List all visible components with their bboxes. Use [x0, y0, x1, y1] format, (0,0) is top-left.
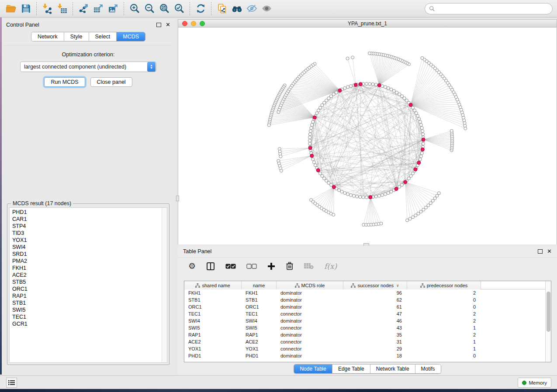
- graph-node[interactable]: [317, 109, 320, 112]
- graph-node[interactable]: [419, 120, 422, 124]
- graph-node[interactable]: [338, 189, 341, 192]
- graph-node[interactable]: [421, 130, 424, 133]
- refresh-icon[interactable]: [193, 2, 208, 15]
- mcds-result-item[interactable]: SRD1: [12, 251, 162, 258]
- graph-node[interactable]: [346, 86, 349, 89]
- graph-node[interactable]: [267, 124, 270, 127]
- export-table-icon[interactable]: [91, 2, 106, 15]
- close-panel-button[interactable]: Close panel: [90, 77, 132, 87]
- graph-node[interactable]: [280, 169, 283, 172]
- graph-node[interactable]: [343, 192, 346, 195]
- table-row[interactable]: RAP1RAP1dominator352: [184, 331, 545, 338]
- network-window-titlebar[interactable]: YPA_prune.txt_1: [178, 20, 557, 28]
- graph-node[interactable]: [377, 194, 381, 197]
- graph-node[interactable]: [308, 139, 311, 142]
- graph-node[interactable]: [408, 217, 412, 220]
- mcds-result-item[interactable]: SWI5: [12, 306, 162, 313]
- graph-dominator-node[interactable]: [409, 103, 412, 107]
- graph-node[interactable]: [421, 56, 424, 59]
- graph-dominator-node[interactable]: [359, 83, 362, 86]
- import-network-icon[interactable]: [40, 2, 55, 15]
- graph-node[interactable]: [346, 57, 349, 60]
- graph-node[interactable]: [422, 133, 425, 136]
- mcds-result-item[interactable]: SWI4: [12, 244, 162, 251]
- graph-node[interactable]: [312, 161, 315, 164]
- graph-node[interactable]: [368, 52, 371, 55]
- graph-node[interactable]: [390, 88, 393, 91]
- graph-dominator-node[interactable]: [414, 168, 417, 171]
- network-canvas[interactable]: [178, 28, 557, 244]
- mcds-result-item[interactable]: YOX1: [12, 237, 162, 244]
- criterion-dropdown[interactable]: largest connected component (undirected)…: [20, 62, 156, 72]
- close-table-panel-icon[interactable]: ✕: [547, 249, 552, 254]
- graph-dominator-node[interactable]: [404, 180, 407, 184]
- delete-column-icon[interactable]: [286, 262, 294, 270]
- graph-dominator-node[interactable]: [377, 83, 381, 87]
- graph-node[interactable]: [381, 193, 384, 196]
- mcds-result-item[interactable]: STP4: [12, 223, 162, 230]
- hide-selected-icon[interactable]: [244, 2, 259, 15]
- settings-gear-icon[interactable]: ⚙: [188, 262, 196, 270]
- deselect-all-rows-icon[interactable]: [246, 264, 257, 269]
- graph-node[interactable]: [419, 158, 422, 161]
- column-header-MCDS-role[interactable]: MCDS role: [277, 281, 343, 289]
- mcds-result-item[interactable]: ORC1: [12, 285, 162, 292]
- table-row[interactable]: STB1STB1dominator620: [184, 296, 545, 303]
- select-all-rows-icon[interactable]: [225, 264, 236, 269]
- zoom-out-icon[interactable]: [142, 2, 157, 15]
- add-column-icon[interactable]: [267, 262, 275, 270]
- mcds-result-item[interactable]: STB1: [12, 299, 162, 306]
- mcds-result-item[interactable]: TID3: [12, 230, 162, 237]
- graph-node[interactable]: [353, 194, 356, 197]
- graph-dominator-node[interactable]: [316, 168, 320, 172]
- tab-select[interactable]: Select: [89, 32, 117, 41]
- column-header-predecessor-nodes[interactable]: predecessor nodes: [407, 281, 481, 289]
- table-row[interactable]: ACE2ACE2connector311: [184, 338, 545, 345]
- show-all-icon[interactable]: [259, 2, 274, 15]
- graph-node[interactable]: [311, 120, 315, 124]
- table-row[interactable]: FKH1FKH1dominator962: [184, 289, 545, 296]
- graph-node[interactable]: [314, 164, 317, 167]
- graph-node[interactable]: [351, 56, 354, 59]
- graph-node[interactable]: [374, 83, 377, 86]
- graph-node[interactable]: [415, 112, 418, 115]
- graph-dominator-node[interactable]: [369, 196, 372, 199]
- tab-network-table[interactable]: Network Table: [370, 364, 415, 373]
- mcds-result-item[interactable]: GCR1: [12, 320, 162, 327]
- zoom-in-icon[interactable]: [127, 2, 142, 15]
- column-header-name[interactable]: name: [242, 281, 277, 289]
- graph-dominator-node[interactable]: [394, 187, 398, 191]
- run-mcds-button[interactable]: Run MCDS: [44, 77, 85, 87]
- table-row[interactable]: YOX1YOX1connector291: [184, 345, 545, 352]
- graph-node[interactable]: [395, 91, 398, 94]
- graph-dominator-node[interactable]: [338, 89, 342, 92]
- find-icon[interactable]: [229, 2, 244, 15]
- graph-node[interactable]: [356, 195, 359, 198]
- mcds-result-item[interactable]: FKH1: [12, 265, 162, 272]
- graph-dominator-node[interactable]: [417, 161, 421, 165]
- zoom-selected-icon[interactable]: [172, 2, 187, 15]
- graph-dominator-node[interactable]: [310, 154, 314, 158]
- open-file-icon[interactable]: [3, 2, 18, 15]
- graph-node[interactable]: [340, 190, 343, 193]
- column-header-shared-name[interactable]: shared name: [184, 281, 242, 289]
- graph-node[interactable]: [310, 127, 313, 130]
- export-network-icon[interactable]: [76, 2, 91, 15]
- table-row[interactable]: SWI4SWI4dominator462: [184, 317, 545, 324]
- graph-node[interactable]: [279, 155, 282, 158]
- tab-style[interactable]: Style: [64, 32, 89, 41]
- graph-node[interactable]: [349, 193, 353, 196]
- graph-node[interactable]: [450, 129, 453, 132]
- graph-node[interactable]: [419, 124, 422, 127]
- compare-networks-icon[interactable]: [214, 2, 229, 15]
- tab-network[interactable]: Network: [31, 32, 64, 41]
- column-header-successor-nodes[interactable]: successor nodes∨: [343, 281, 407, 289]
- graph-node[interactable]: [392, 89, 395, 93]
- mcds-list-scrollbar[interactable]: [162, 208, 167, 362]
- table-row[interactable]: SWI5SWI5connector431: [184, 324, 545, 331]
- graph-dominator-node[interactable]: [421, 148, 424, 151]
- mcds-result-item[interactable]: PHD1: [12, 209, 162, 216]
- graph-dominator-node[interactable]: [422, 138, 425, 141]
- graph-node[interactable]: [436, 194, 439, 197]
- tab-node-table[interactable]: Node Table: [294, 364, 332, 373]
